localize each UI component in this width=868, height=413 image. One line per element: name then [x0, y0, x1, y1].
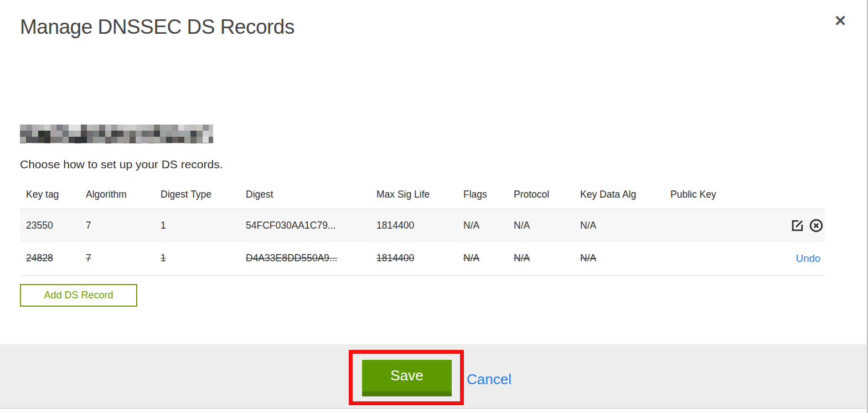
- cancel-link[interactable]: Cancel: [467, 371, 512, 388]
- table-header-row: Key tag Algorithm Digest Type Digest Max…: [20, 183, 825, 209]
- cell-public-key: [670, 209, 758, 242]
- intro-text: Choose how to set up your DS records.: [20, 158, 223, 171]
- col-header-algorithm: Algorithm: [86, 183, 161, 209]
- cell-key-data-alg: N/A: [580, 209, 670, 242]
- cell-key-tag: 23550: [20, 209, 86, 242]
- cell-protocol: N/A: [514, 209, 580, 242]
- add-ds-record-button[interactable]: Add DS Record: [20, 284, 137, 307]
- cell-flags: N/A: [463, 209, 514, 242]
- cell-digest-type: 1: [161, 242, 246, 275]
- col-header-protocol: Protocol: [514, 183, 580, 209]
- close-icon[interactable]: ✕: [830, 11, 850, 31]
- cell-protocol: N/A: [514, 242, 580, 275]
- ds-records-table: Key tag Algorithm Digest Type Digest Max…: [20, 183, 825, 276]
- cell-digest-type: 1: [161, 209, 246, 242]
- col-header-key-tag: Key tag: [20, 183, 86, 209]
- cell-algorithm: 7: [86, 209, 161, 242]
- cell-algorithm: 7: [86, 242, 161, 275]
- modal-footer: Save Cancel: [0, 344, 867, 409]
- table-row: 23550 7 1 54FCF030AA1C79... 1814400 N/A …: [20, 209, 825, 242]
- col-header-digest: Digest: [246, 183, 376, 209]
- col-header-max-sig-life: Max Sig Life: [376, 183, 463, 209]
- cell-key-data-alg: N/A: [580, 242, 670, 275]
- col-header-digest-type: Digest Type: [161, 183, 246, 209]
- col-header-flags: Flags: [463, 183, 514, 209]
- manage-dnssec-modal: Manage DNSSEC DS Records ✕ Choose how to…: [0, 0, 868, 413]
- cell-max-sig-life: 1814400: [376, 242, 463, 275]
- save-button[interactable]: Save: [362, 360, 452, 396]
- delete-record-icon[interactable]: [809, 218, 824, 233]
- cell-flags: N/A: [463, 242, 514, 275]
- col-header-key-data-alg: Key Data Alg: [580, 183, 670, 209]
- cell-public-key: [670, 242, 758, 275]
- cell-digest: 54FCF030AA1C79...: [246, 209, 376, 242]
- row-actions: Undo: [758, 242, 825, 275]
- cell-max-sig-life: 1814400: [376, 209, 463, 242]
- table-row-deleted: 24828 7 1 D4A33E8DD550A9... 1814400 N/A …: [20, 242, 825, 275]
- page-title: Manage DNSSEC DS Records: [20, 16, 294, 39]
- page-bottom-strip: [0, 409, 867, 413]
- row-actions: [758, 209, 825, 242]
- cell-digest: D4A33E8DD550A9...: [246, 242, 376, 275]
- redacted-domain-name: [20, 125, 213, 143]
- col-header-public-key: Public Key: [670, 183, 758, 209]
- col-header-actions: [758, 183, 825, 209]
- edit-record-icon[interactable]: [790, 218, 805, 233]
- cell-key-tag: 24828: [20, 242, 86, 275]
- undo-link[interactable]: Undo: [796, 252, 824, 264]
